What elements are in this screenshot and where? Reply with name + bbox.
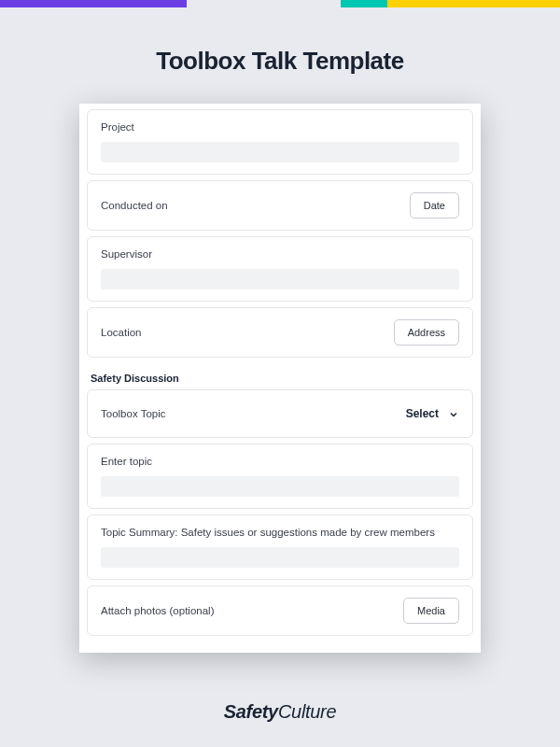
supervisor-input[interactable]	[101, 269, 459, 289]
field-project: Project	[87, 109, 473, 175]
field-supervisor: Supervisor	[87, 236, 473, 302]
topic-summary-input[interactable]	[101, 547, 459, 568]
project-input[interactable]	[101, 142, 459, 162]
brand-first: Safety	[224, 701, 278, 722]
enter-topic-input[interactable]	[101, 476, 459, 497]
brand-logo: SafetyCulture	[0, 701, 560, 723]
field-location: Location Address	[87, 307, 473, 358]
location-label: Location	[101, 327, 141, 338]
media-button[interactable]: Media	[403, 598, 459, 624]
accent-gap	[187, 0, 341, 7]
conducted-on-label: Conducted on	[101, 200, 168, 211]
field-conducted-on: Conducted on Date	[87, 180, 473, 231]
supervisor-label: Supervisor	[101, 248, 459, 260]
enter-topic-label: Enter topic	[101, 456, 459, 467]
attach-photos-label: Attach photos (optional)	[101, 605, 214, 616]
date-button[interactable]: Date	[410, 192, 459, 218]
accent-yellow	[387, 0, 560, 7]
field-toolbox-topic: Toolbox Topic Select	[87, 389, 473, 438]
field-enter-topic: Enter topic	[87, 444, 473, 509]
project-label: Project	[101, 121, 459, 133]
toolbox-topic-label: Toolbox Topic	[101, 408, 165, 419]
form-card: Project Conducted on Date Supervisor Loc…	[79, 104, 481, 653]
select-label: Select	[406, 407, 439, 420]
top-accent-bar	[0, 0, 560, 7]
address-button[interactable]: Address	[394, 319, 459, 345]
topic-summary-label: Topic Summary: Safety issues or suggesti…	[101, 527, 459, 538]
accent-teal	[341, 0, 387, 7]
field-topic-summary: Topic Summary: Safety issues or suggesti…	[87, 514, 473, 580]
brand-second: Culture	[278, 701, 336, 722]
toolbox-topic-select[interactable]: Select	[406, 407, 459, 420]
section-heading-safety-discussion: Safety Discussion	[87, 363, 473, 389]
chevron-down-icon	[448, 409, 459, 420]
accent-purple	[0, 0, 187, 7]
field-attach-photos: Attach photos (optional) Media	[87, 585, 473, 636]
page-title: Toolbox Talk Template	[0, 47, 560, 76]
